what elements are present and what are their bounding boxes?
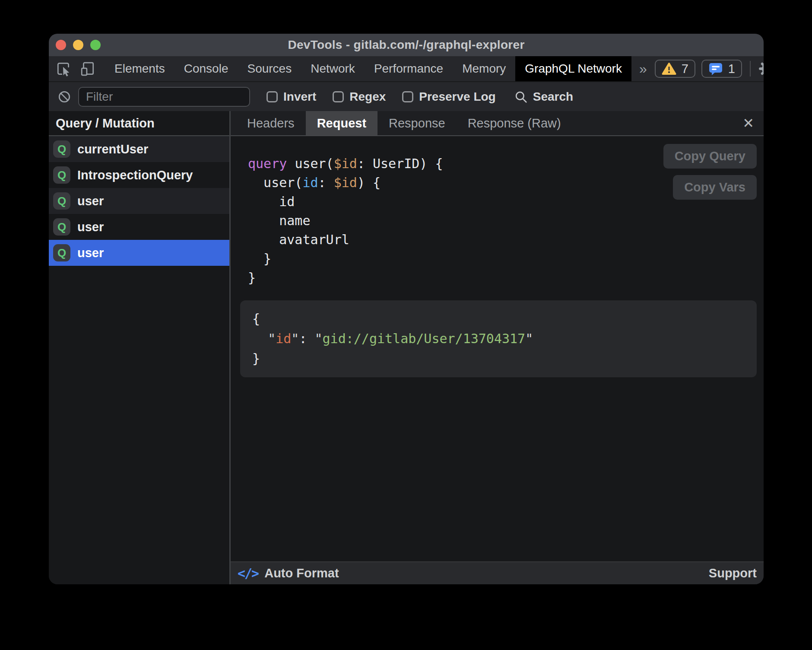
code-line: } — [248, 249, 764, 268]
query-type-badge: Q — [53, 192, 70, 210]
search-label: Search — [533, 90, 573, 104]
devtools-tab-graphql-network[interactable]: GraphQL Network — [515, 56, 631, 81]
more-tabs-chevron-icon[interactable]: » — [631, 56, 655, 81]
checkbox-regex[interactable] — [333, 91, 344, 102]
clear-block-icon[interactable] — [57, 90, 71, 104]
panel-tab-response-raw[interactable]: Response (Raw) — [457, 111, 572, 135]
panel-tab-headers[interactable]: Headers — [236, 111, 306, 135]
checkbox-label-preserve-log: Preserve Log — [419, 90, 495, 104]
query-name-label: user — [77, 194, 104, 208]
code-icon: </> — [238, 566, 258, 581]
query-name-label: IntrospectionQuery — [77, 168, 193, 182]
code-line: } — [252, 349, 745, 369]
devtools-tab-elements[interactable]: Elements — [105, 56, 174, 81]
chat-bubble-icon — [708, 62, 723, 76]
variables-box: { "id": "gid://gitlab/User/13704317"} — [240, 300, 757, 377]
warnings-count: 7 — [682, 62, 688, 76]
sidebar-header: Query / Mutation — [49, 111, 229, 136]
code-line: name — [248, 211, 764, 230]
toolbar-badges: 7 1 — [655, 56, 764, 81]
code-line: } — [248, 268, 764, 287]
zoom-window-button[interactable] — [90, 40, 101, 50]
filter-checkboxes: InvertRegexPreserve Log — [250, 90, 496, 104]
filter-bar: InvertRegexPreserve Log Search — [49, 81, 764, 111]
devtools-tab-console[interactable]: Console — [174, 56, 238, 81]
devtools-tab-strip: ElementsConsoleSourcesNetworkPerformance… — [105, 56, 631, 81]
devtools-tab-network[interactable]: Network — [301, 56, 365, 81]
window-title: DevTools - gitlab.com/-/graphql-explorer — [288, 38, 524, 52]
filter-checkbox-invert[interactable]: Invert — [266, 90, 316, 104]
query-list-item-introspectionquery-1[interactable]: QIntrospectionQuery — [49, 162, 229, 188]
query-type-badge: Q — [53, 140, 70, 158]
copy-buttons: Copy Query Copy Vars — [663, 144, 757, 200]
auto-format-label: Auto Format — [264, 566, 339, 580]
warning-icon — [662, 62, 676, 76]
messages-badge[interactable]: 1 — [701, 60, 742, 78]
close-window-button[interactable] — [56, 40, 66, 50]
code-line: "id": "gid://gitlab/User/13704317" — [252, 329, 745, 349]
filter-checkbox-regex[interactable]: Regex — [333, 90, 386, 104]
code-line: { — [252, 309, 745, 329]
checkbox-label-regex: Regex — [349, 90, 386, 104]
toolbar-icons — [49, 56, 95, 81]
main-area: Query / Mutation QcurrentUserQIntrospect… — [49, 111, 764, 584]
code-line: avatarUrl — [248, 230, 764, 249]
devtools-window: DevTools - gitlab.com/-/graphql-explorer… — [49, 34, 764, 584]
query-list-item-user-4[interactable]: Quser — [49, 240, 229, 266]
traffic-lights — [56, 40, 101, 50]
checkbox-invert[interactable] — [266, 91, 278, 102]
query-name-label: user — [77, 246, 104, 260]
device-toolbar-icon[interactable] — [80, 61, 95, 76]
panel-tab-strip: HeadersRequestResponseResponse (Raw)✕ — [231, 111, 764, 136]
panel-tab-request[interactable]: Request — [306, 111, 377, 135]
query-type-badge: Q — [53, 244, 70, 261]
close-panel-icon[interactable]: ✕ — [733, 111, 764, 135]
query-type-badge: Q — [53, 166, 70, 184]
query-name-label: user — [77, 220, 104, 234]
devtools-tab-performance[interactable]: Performance — [365, 56, 453, 81]
panel-tab-response[interactable]: Response — [377, 111, 457, 135]
query-list-item-user-3[interactable]: Quser — [49, 214, 229, 240]
devtools-tab-memory[interactable]: Memory — [453, 56, 515, 81]
query-list-item-currentuser-0[interactable]: QcurrentUser — [49, 136, 229, 162]
filter-checkbox-preserve-log[interactable]: Preserve Log — [402, 90, 495, 104]
query-sidebar: Query / Mutation QcurrentUserQIntrospect… — [49, 111, 231, 584]
devtools-tab-sources[interactable]: Sources — [238, 56, 301, 81]
copy-query-button[interactable]: Copy Query — [663, 144, 757, 169]
badges-divider — [750, 61, 751, 76]
checkbox-label-invert: Invert — [283, 90, 316, 104]
messages-count: 1 — [728, 62, 735, 76]
query-list-item-user-2[interactable]: Quser — [49, 188, 229, 214]
minimize-window-button[interactable] — [73, 40, 83, 50]
request-panel: HeadersRequestResponseResponse (Raw)✕ qu… — [231, 111, 764, 584]
request-content: query user($id: UserID) { user(id: $id) … — [231, 136, 764, 561]
warnings-badge[interactable]: 7 — [655, 60, 695, 78]
search-icon — [514, 90, 528, 104]
support-link[interactable]: Support — [709, 566, 757, 580]
copy-vars-button[interactable]: Copy Vars — [673, 175, 757, 200]
settings-gear-icon[interactable] — [758, 60, 764, 77]
filter-input[interactable] — [78, 87, 250, 107]
query-name-label: currentUser — [77, 142, 148, 156]
panel-footer: </> Auto Format Support — [231, 561, 764, 584]
title-bar: DevTools - gitlab.com/-/graphql-explorer — [49, 34, 764, 56]
checkbox-preserve-log[interactable] — [402, 91, 413, 102]
devtools-toolbar: ElementsConsoleSourcesNetworkPerformance… — [49, 56, 764, 81]
query-type-badge: Q — [53, 218, 70, 236]
search-control[interactable]: Search — [514, 90, 573, 104]
query-list: QcurrentUserQIntrospectionQueryQuserQuse… — [49, 136, 229, 266]
auto-format-button[interactable]: </> Auto Format — [238, 566, 339, 581]
inspect-element-icon[interactable] — [56, 61, 71, 76]
